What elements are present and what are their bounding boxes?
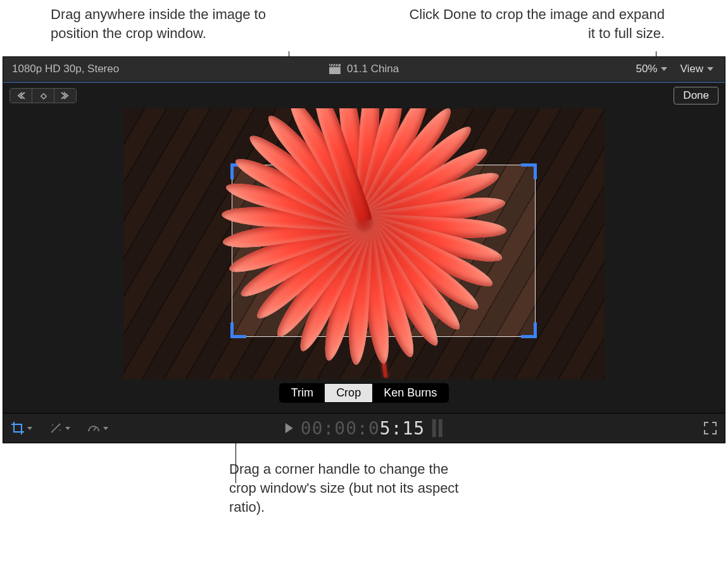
video-canvas[interactable]: /*placeholder*/ — [123, 108, 605, 379]
prev-edit-button[interactable] — [10, 89, 32, 103]
crop-handle-top-left[interactable] — [230, 163, 246, 179]
chevron-down-icon — [65, 427, 70, 430]
viewer-panel: 1080p HD 30p, Stereo 01.1 China 50% View — [3, 56, 725, 443]
bottom-toolbar: 00:00:05:15 — [3, 413, 725, 443]
audio-meter-icon — [432, 419, 442, 437]
crop-rectangle[interactable] — [232, 165, 535, 336]
svg-line-11 — [94, 427, 96, 431]
crop-tool-menu[interactable] — [11, 421, 32, 435]
svg-point-8 — [59, 424, 61, 426]
chevron-down-icon — [27, 427, 32, 430]
nav-button-group — [9, 88, 77, 103]
fullscreen-button[interactable] — [703, 421, 717, 435]
view-label: View — [680, 63, 703, 75]
svg-point-10 — [60, 429, 61, 431]
crop-tool-icon — [11, 421, 25, 435]
retime-menu[interactable] — [87, 421, 108, 435]
crop-handle-bottom-right[interactable] — [521, 322, 537, 338]
format-label: 1080p HD 30p, Stereo — [3, 63, 119, 75]
callout-click-done: Click Done to crop the image and expand … — [399, 5, 665, 42]
mode-ken-burns[interactable]: Ken Burns — [372, 384, 448, 402]
mode-trim[interactable]: Trim — [280, 384, 325, 402]
mode-crop[interactable]: Crop — [325, 384, 372, 402]
keyframe-button[interactable] — [32, 89, 54, 103]
timecode-prefix: 00:00:0 — [301, 418, 380, 439]
viewer-toolbar: 1080p HD 30p, Stereo 01.1 China 50% View — [3, 57, 725, 82]
timecode-display: 00:00:05:15 — [301, 418, 425, 439]
chevron-down-icon — [707, 67, 713, 71]
zoom-menu[interactable]: 50% — [632, 61, 671, 77]
svg-rect-6 — [41, 94, 46, 99]
play-button[interactable] — [286, 423, 293, 433]
enhance-wand-icon — [49, 421, 63, 435]
clapper-icon — [329, 64, 341, 74]
timecode-value: 5:15 — [380, 418, 425, 439]
zoom-value: 50% — [636, 63, 657, 75]
callout-corner-handle: Drag a corner handle to change the crop … — [229, 460, 470, 516]
crop-mode-segmented: Trim Crop Ken Burns — [279, 383, 449, 403]
svg-point-9 — [52, 424, 53, 426]
clip-name: 01.1 China — [347, 63, 399, 75]
chevron-down-icon — [661, 67, 667, 71]
view-menu[interactable]: View — [676, 61, 717, 77]
enhance-menu[interactable] — [49, 421, 70, 435]
chevron-down-icon — [103, 427, 108, 430]
svg-line-7 — [51, 425, 59, 433]
done-button[interactable]: Done — [674, 87, 719, 104]
crop-handle-bottom-left[interactable] — [230, 322, 246, 338]
callout-drag-position: Drag anywhere inside the image to positi… — [51, 5, 317, 42]
next-edit-button[interactable] — [54, 89, 76, 103]
svg-rect-0 — [329, 67, 341, 74]
crop-handle-top-right[interactable] — [521, 163, 537, 179]
retime-speed-icon — [87, 421, 101, 435]
